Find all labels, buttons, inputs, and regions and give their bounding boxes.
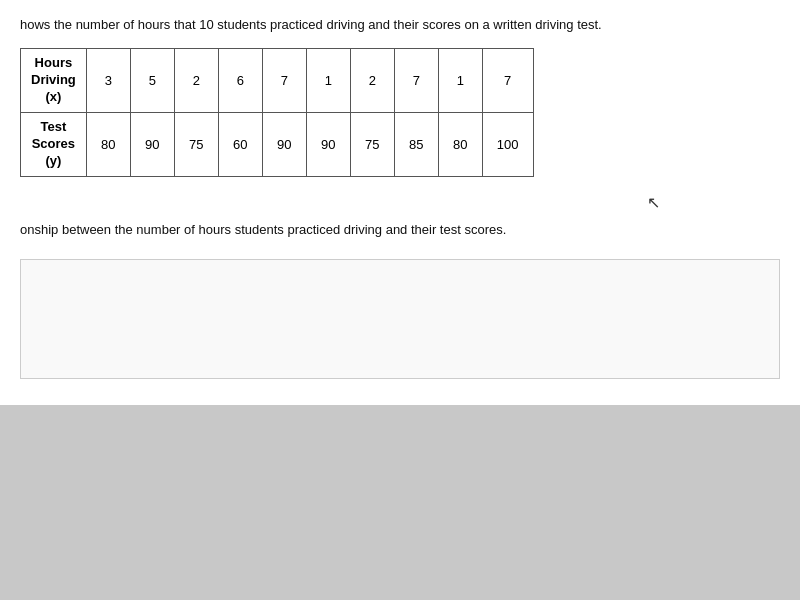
cursor-icon: ↖ — [647, 193, 660, 212]
hours-val-2: 5 — [130, 49, 174, 113]
content-area: hows the number of hours that 10 student… — [0, 0, 800, 405]
scores-header: TestScores(y) — [21, 112, 87, 176]
table-wrapper: HoursDriving(x) 3 5 2 6 7 1 2 7 1 7 Test… — [20, 48, 780, 176]
page-container: hows the number of hours that 10 student… — [0, 0, 800, 600]
score-val-3: 75 — [174, 112, 218, 176]
score-val-5: 90 — [262, 112, 306, 176]
hours-val-8: 7 — [394, 49, 438, 113]
score-val-10: 100 — [482, 112, 533, 176]
hours-val-3: 2 — [174, 49, 218, 113]
hours-header: HoursDriving(x) — [21, 49, 87, 113]
hours-val-4: 6 — [218, 49, 262, 113]
hours-val-6: 1 — [306, 49, 350, 113]
table-row-hours: HoursDriving(x) 3 5 2 6 7 1 2 7 1 7 — [21, 49, 534, 113]
hours-val-9: 1 — [438, 49, 482, 113]
score-val-9: 80 — [438, 112, 482, 176]
description-text: onship between the number of hours stude… — [20, 221, 780, 239]
score-val-4: 60 — [218, 112, 262, 176]
description-text-content: onship between the number of hours stude… — [20, 222, 506, 237]
cursor-area: ↖ — [20, 193, 780, 213]
score-val-6: 90 — [306, 112, 350, 176]
answer-area[interactable] — [20, 259, 780, 379]
hours-val-10: 7 — [482, 49, 533, 113]
score-val-7: 75 — [350, 112, 394, 176]
intro-text-content: hows the number of hours that 10 student… — [20, 17, 602, 32]
hours-val-5: 7 — [262, 49, 306, 113]
intro-text: hows the number of hours that 10 student… — [20, 16, 780, 34]
score-val-1: 80 — [86, 112, 130, 176]
hours-val-7: 2 — [350, 49, 394, 113]
table-row-scores: TestScores(y) 80 90 75 60 90 90 75 85 80… — [21, 112, 534, 176]
score-val-8: 85 — [394, 112, 438, 176]
bottom-gray-area — [0, 405, 800, 600]
score-val-2: 90 — [130, 112, 174, 176]
hours-val-1: 3 — [86, 49, 130, 113]
data-table: HoursDriving(x) 3 5 2 6 7 1 2 7 1 7 Test… — [20, 48, 534, 176]
